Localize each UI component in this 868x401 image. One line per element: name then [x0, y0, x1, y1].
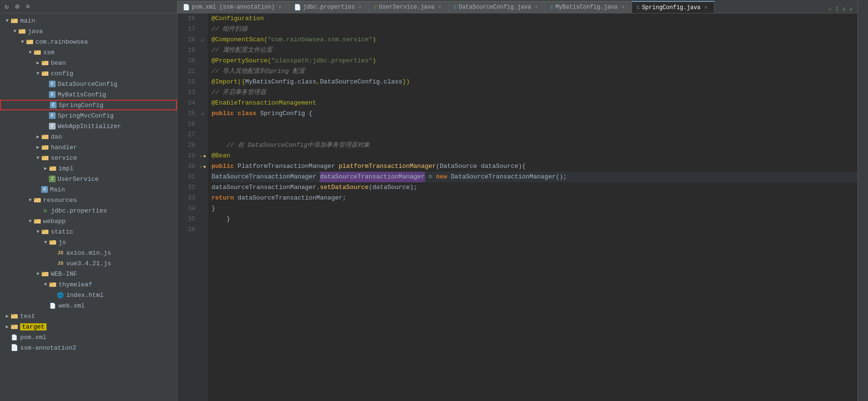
line-number: 30 — [177, 161, 195, 172]
tree-arrow-icon[interactable]: ▶ — [42, 165, 49, 172]
tab-userservice-java[interactable]: IUserService.java× — [369, 1, 448, 13]
tree-item[interactable]: ▼js — [0, 237, 177, 248]
tree-item[interactable]: ▶test — [0, 311, 177, 321]
tree-arrow-icon[interactable]: ▼ — [12, 28, 18, 35]
tree-item[interactable]: ▼webapp — [0, 216, 177, 226]
tree-arrow-icon[interactable]: ▼ — [35, 70, 41, 77]
tab-close-button[interactable]: × — [703, 4, 709, 11]
tab-close-button[interactable]: × — [357, 4, 364, 11]
code-line: DataSourceTransactionManager dataSourceT… — [211, 172, 857, 182]
tree-arrow-icon[interactable] — [42, 123, 49, 130]
gutter-edit-icon: ◆ — [203, 153, 206, 159]
tree-item[interactable]: ▼WEB-INF — [0, 269, 177, 279]
svg-rect-23 — [34, 219, 37, 221]
tree-arrow-icon[interactable]: ▼ — [27, 218, 34, 224]
tree-item[interactable]: IUserService — [0, 174, 177, 184]
tab-close-button[interactable]: × — [277, 4, 283, 11]
tree-arrow-icon[interactable] — [4, 344, 11, 351]
tree-arrow-icon[interactable]: ▼ — [27, 197, 34, 203]
svg-rect-13 — [42, 135, 45, 136]
tree-arrow-icon[interactable] — [50, 292, 57, 298]
tree-item[interactable]: ▶dao — [0, 131, 177, 142]
tree-item[interactable]: 📄web.xml — [0, 300, 177, 311]
tree-item[interactable]: ▶handler — [0, 142, 177, 153]
tree-item[interactable]: ⚙jdbc.properties — [0, 205, 177, 216]
tree-arrow-icon[interactable]: ▼ — [35, 228, 41, 235]
tree-arrow-icon[interactable]: ▼ — [35, 271, 41, 277]
tree-item[interactable]: 📄ssm-annotation2 — [0, 342, 177, 353]
tree-item[interactable]: CMyBatisConfig — [0, 89, 177, 100]
tree-arrow-icon[interactable]: ▼ — [19, 38, 26, 45]
tree-arrow-icon[interactable] — [50, 249, 57, 256]
tree-arrow-icon[interactable] — [42, 91, 49, 98]
tree-arrow-icon[interactable]: ▼ — [42, 281, 49, 288]
tree-item[interactable]: CSpringMvcConfig — [0, 110, 177, 121]
tree-file-icon — [34, 196, 41, 204]
tab-pom-xml--ssm-annotation-[interactable]: 📄pom.xml (ssm-annotation)× — [177, 1, 289, 13]
gutter-cell — [199, 130, 207, 140]
tree-item[interactable]: ▼com.rainbowsea — [0, 36, 177, 47]
tree-item[interactable]: CDataSourceConfig — [0, 79, 177, 89]
code-line — [211, 224, 857, 235]
tree-arrow-icon[interactable]: ▼ — [27, 49, 34, 56]
tree-item[interactable]: ▼service — [0, 153, 177, 163]
gutter-cell — [199, 77, 207, 87]
code-line: @Import({MyBatisConfig.class,DataSourceC… — [211, 77, 857, 87]
tree-arrow-icon[interactable] — [35, 207, 41, 214]
tree-arrow-icon[interactable]: ▶ — [4, 323, 11, 330]
tree-file-icon — [49, 165, 57, 172]
tree-arrow-icon[interactable]: ▼ — [42, 239, 49, 246]
tree-arrow-icon[interactable]: ▼ — [4, 17, 11, 24]
tab-close-button[interactable]: × — [436, 4, 443, 11]
tree-file-icon — [41, 270, 49, 278]
gutter-cell — [199, 140, 207, 151]
tree-item[interactable]: JSvue3.4.21.js — [0, 258, 177, 269]
gutter-cell — [199, 56, 207, 66]
tree-item[interactable]: ▶target — [0, 321, 177, 332]
tree-arrow-icon[interactable] — [42, 176, 49, 182]
tree-item[interactable]: ▶impl — [0, 163, 177, 174]
tree-item[interactable]: ▼config — [0, 68, 177, 79]
tree-item[interactable]: ▼main — [0, 15, 177, 26]
tree-arrow-icon[interactable] — [42, 302, 49, 309]
tree-arrow-icon[interactable] — [43, 102, 50, 108]
svg-rect-7 — [34, 50, 37, 52]
tree-item[interactable]: JSaxios.min.js — [0, 248, 177, 258]
gear-icon[interactable]: ⚙ — [13, 3, 21, 11]
tab-jdbc-properties[interactable]: 📄jdbc.properties× — [289, 1, 369, 13]
tree-item-label: com.rainbowsea — [35, 38, 88, 46]
gutter-cell — [199, 13, 207, 24]
code-area[interactable]: @Configuration// 组件扫描@ComponentScan("com… — [208, 13, 857, 401]
tree-arrow-icon[interactable] — [42, 81, 49, 87]
tree-arrow-icon[interactable]: ▼ — [35, 154, 41, 161]
tree-arrow-icon[interactable] — [42, 112, 49, 119]
sync-icon[interactable]: ↻ — [3, 3, 11, 11]
tree-item[interactable]: ▼static — [0, 226, 177, 237]
tree-arrow-icon[interactable] — [35, 186, 41, 193]
tree-file-icon — [34, 48, 41, 56]
tree-arrow-icon[interactable]: ▶ — [35, 144, 41, 151]
tree-arrow-icon[interactable] — [50, 260, 57, 267]
tree-item[interactable]: 📄pom.xml — [0, 332, 177, 342]
tree-item[interactable]: ▼ssm — [0, 47, 177, 58]
tab-close-button[interactable]: × — [533, 4, 540, 11]
tree-arrow-icon[interactable]: ▶ — [4, 313, 11, 319]
tree-item[interactable]: CSpringConfig — [0, 100, 177, 110]
tree-item[interactable]: CMain — [0, 184, 177, 195]
tree-item[interactable]: CWebAppInitializer — [0, 121, 177, 131]
tree-item[interactable]: ▶bean — [0, 58, 177, 68]
collapse-icon[interactable]: ≡ — [24, 3, 32, 11]
tab-mybatisconfig-java[interactable]: CMyBatisConfig.java× — [545, 1, 632, 13]
tree-arrow-icon[interactable]: ▶ — [35, 59, 41, 66]
tree-item[interactable]: ▼thymeleaf — [0, 279, 177, 290]
annotation-text: @Import({MyBatisConfig.class,DataSourceC… — [211, 77, 410, 87]
tree-item[interactable]: ▼java — [0, 26, 177, 36]
tree-arrow-icon[interactable]: ▶ — [35, 133, 41, 140]
tab-springconfig-java[interactable]: CSpringConfig.java× — [632, 1, 715, 13]
tab-close-button[interactable]: × — [620, 4, 626, 11]
tree-arrow-icon[interactable] — [4, 334, 11, 341]
tree-item[interactable]: ▼resources — [0, 195, 177, 205]
tree-item[interactable]: 🌐index.html — [0, 290, 177, 300]
tab-datasourceconfig-java[interactable]: CDataSourceConfig.java× — [448, 1, 545, 13]
annotation-text: @Bean — [211, 151, 230, 161]
